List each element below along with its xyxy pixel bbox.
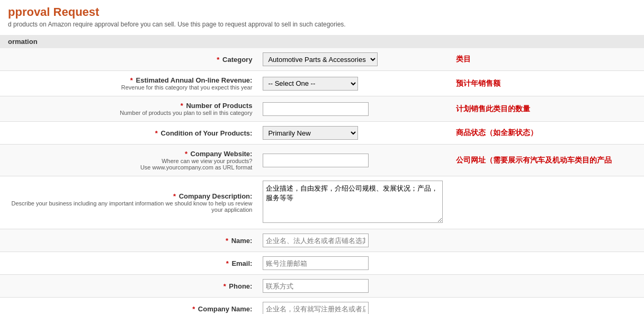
name-input-cell (257, 229, 644, 252)
name-row: * Name: (0, 229, 644, 252)
website-input[interactable] (263, 154, 369, 167)
approval-form: * Category Automotive Parts & Accessorie… (0, 48, 644, 314)
company-name-input-cell (257, 298, 644, 315)
description-row: * Company Description: Describe your bus… (0, 176, 644, 229)
website-row: * Company Website: Where can we view you… (0, 145, 644, 176)
condition-select[interactable]: Primarily New Primarily Used Mix of New … (263, 126, 358, 140)
revenue-annotation: 预计年销售额 (451, 71, 644, 96)
condition-label: * Condition of Your Products: (0, 122, 257, 145)
num-products-label: * Number of Products Number of products … (0, 96, 257, 122)
required-star-5: * (185, 150, 187, 158)
page-subtitle: d products on Amazon require approval be… (8, 21, 636, 28)
category-label: * Category (0, 48, 257, 71)
num-products-input[interactable] (263, 102, 369, 116)
required-star-9: * (223, 282, 226, 290)
company-name-input[interactable] (263, 302, 369, 314)
required-star-7: * (226, 237, 228, 245)
required-star-6: * (173, 192, 176, 200)
revenue-select[interactable]: -- Select One -- Under $500,000 $500,001… (263, 77, 358, 91)
num-products-row: * Number of Products Number of products … (0, 96, 644, 122)
category-row: * Category Automotive Parts & Accessorie… (0, 48, 644, 71)
revenue-row: * Estimated Annual On-line Revenue: Reve… (0, 71, 644, 96)
description-input-cell: 企业描述，自由发挥，介绍公司规模、发展状况；产品，服务等等 (257, 176, 644, 229)
section-header: ormation (0, 35, 644, 48)
email-row: * Email: (0, 252, 644, 275)
email-input-cell (257, 252, 644, 275)
required-star-8: * (226, 259, 229, 267)
condition-row: * Condition of Your Products: Primarily … (0, 122, 644, 145)
condition-annotation: 商品状态（如全新状态） (451, 122, 644, 145)
phone-label: * Phone: (0, 275, 257, 298)
description-label: * Company Description: Describe your bus… (0, 176, 257, 229)
phone-row: * Phone: (0, 275, 644, 298)
description-textarea[interactable]: 企业描述，自由发挥，介绍公司规模、发展状况；产品，服务等等 (263, 181, 443, 223)
page-header: pproval Request d products on Amazon req… (0, 0, 644, 31)
num-products-input-cell (257, 96, 451, 122)
required-star-10: * (192, 305, 195, 313)
page-title: pproval Request (8, 5, 636, 19)
website-label: * Company Website: Where can we view you… (0, 145, 257, 176)
required-star: * (217, 56, 219, 64)
company-name-row: * Company Name: (0, 298, 644, 315)
website-input-cell (257, 145, 451, 176)
required-star-3: * (181, 102, 183, 110)
revenue-label: * Estimated Annual On-line Revenue: Reve… (0, 71, 257, 96)
revenue-input-cell: -- Select One -- Under $500,000 $500,001… (257, 71, 451, 96)
email-label: * Email: (0, 252, 257, 275)
phone-input[interactable] (263, 279, 369, 293)
email-input[interactable] (263, 256, 369, 270)
category-select[interactable]: Automotive Parts & Accessories Clothing … (263, 52, 378, 66)
condition-input-cell: Primarily New Primarily Used Mix of New … (257, 122, 451, 145)
required-star-4: * (155, 129, 158, 137)
name-input[interactable] (263, 234, 369, 247)
category-annotation: 类目 (451, 48, 644, 71)
website-annotation: 公司网址（需要展示有汽车及机动车类目的产品 (451, 145, 644, 176)
category-input-cell: Automotive Parts & Accessories Clothing … (257, 48, 451, 71)
num-products-annotation: 计划销售此类目的数量 (451, 96, 644, 122)
name-label: * Name: (0, 229, 257, 252)
company-name-label: * Company Name: (0, 298, 257, 315)
required-star-2: * (130, 76, 133, 84)
phone-input-cell (257, 275, 644, 298)
